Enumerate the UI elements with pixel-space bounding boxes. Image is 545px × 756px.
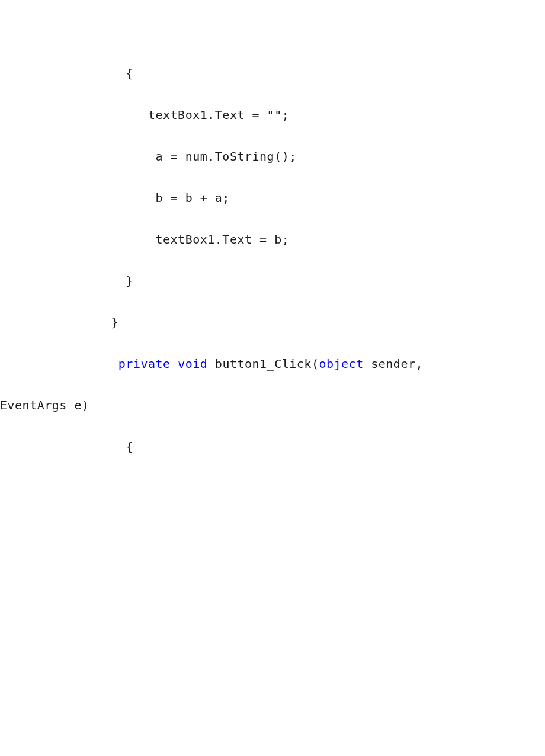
code-line: b = b + a; (66, 190, 509, 206)
param-tail: sender, (364, 357, 431, 371)
code-text: textBox1.Text = (66, 108, 267, 122)
code-line: { (66, 438, 509, 455)
code-line: } (66, 273, 509, 289)
keyword-object: object (319, 357, 363, 371)
code-text: ; (282, 108, 290, 122)
code-page: { textBox1.Text = ""; a = num.ToString()… (0, 0, 545, 756)
code-line: textBox1.Text = ""; (66, 107, 509, 123)
code-line: a = num.ToString(); (66, 148, 509, 165)
keyword-void: void (178, 357, 207, 371)
method-name: button1_Click( (207, 357, 319, 371)
keyword-private: private (118, 357, 171, 371)
code-line: { (66, 65, 509, 82)
code-line: private void button1_Click(object sender… (66, 355, 509, 372)
string-literal: "" (267, 108, 282, 122)
code-line: } (66, 314, 509, 331)
code-line: textBox1.Text = b; (66, 231, 509, 248)
indent (66, 357, 118, 371)
space (171, 357, 178, 371)
code-line: EventArgs e) (0, 397, 509, 414)
